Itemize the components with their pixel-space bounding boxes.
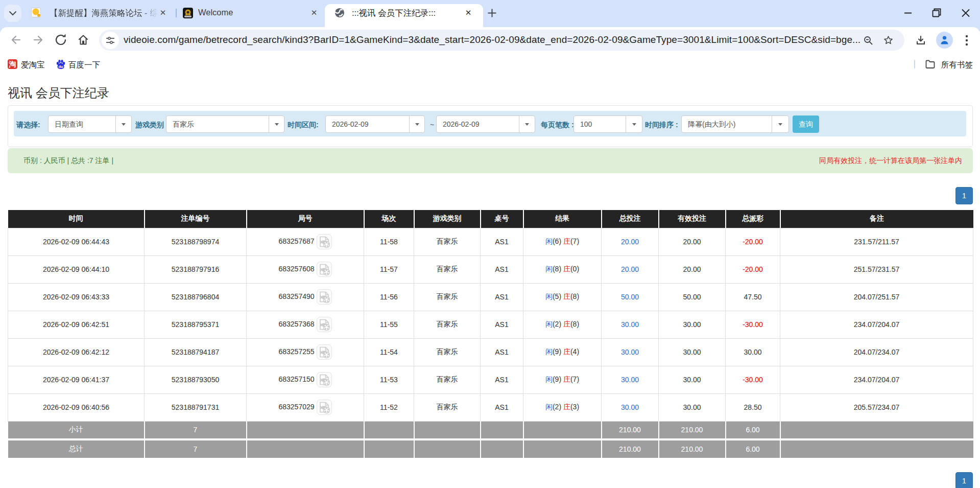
svg-text:du: du (58, 64, 63, 69)
